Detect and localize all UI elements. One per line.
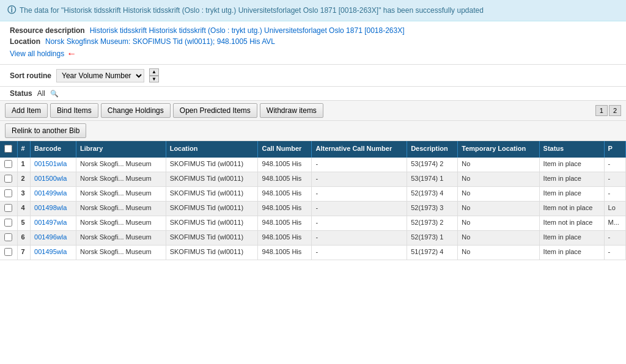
- second-toolbar: Relink to another Bib: [0, 121, 626, 141]
- row-extra: -: [604, 187, 625, 202]
- row-checkbox[interactable]: [4, 233, 12, 241]
- row-checkbox[interactable]: [4, 204, 12, 212]
- row-barcode: 001495wla: [31, 246, 76, 260]
- row-checkbox[interactable]: [4, 248, 12, 256]
- row-extra: Lo: [604, 202, 625, 216]
- relink-button[interactable]: Relink to another Bib: [5, 123, 86, 138]
- table-header-row: # Barcode Library Location Call Number A…: [0, 141, 626, 158]
- table-row: 4 001498wla Norsk Skogfi... Museum SKOFI…: [0, 202, 626, 216]
- row-description: 51(1972) 4: [407, 246, 458, 260]
- row-alt-call-number: -: [312, 246, 407, 260]
- header-alt-call-number: Alternative Call Number: [312, 141, 407, 158]
- barcode-link[interactable]: 001497wla: [34, 219, 67, 226]
- row-alt-call-number: -: [312, 172, 407, 187]
- barcode-link[interactable]: 001501wla: [34, 160, 67, 167]
- withdraw-items-button[interactable]: Withdraw items: [260, 103, 323, 118]
- row-barcode: 001498wla: [31, 202, 76, 216]
- row-description: 53(1974) 1: [407, 172, 458, 187]
- select-all-checkbox[interactable]: [4, 145, 12, 153]
- sort-arrows: ▲ ▼: [149, 68, 159, 82]
- header-status: Status: [539, 141, 604, 158]
- row-temp-location: No: [458, 172, 539, 187]
- open-predicted-button[interactable]: Open Predicted Items: [173, 103, 257, 118]
- row-status: Item not in place: [539, 202, 604, 216]
- resource-description-value: Historisk tidsskrift Historisk tidsskrif…: [90, 26, 405, 35]
- bind-items-button[interactable]: Bind Items: [50, 103, 98, 118]
- resource-description-label: Resource description: [10, 26, 85, 35]
- row-checkbox-cell: [0, 216, 17, 231]
- red-arrow-icon: ←: [67, 48, 76, 59]
- row-checkbox[interactable]: [4, 219, 12, 227]
- row-checkbox-cell: [0, 202, 17, 216]
- location-link[interactable]: Norsk Skogfinsk Museum: SKOFIMUS Tid (wl…: [45, 37, 275, 46]
- barcode-link[interactable]: 001499wla: [34, 189, 67, 197]
- table-row: 1 001501wla Norsk Skogfi... Museum SKOFI…: [0, 158, 626, 172]
- row-status: Item in place: [539, 158, 604, 172]
- row-alt-call-number: -: [312, 216, 407, 231]
- row-temp-location: No: [458, 246, 539, 260]
- table-row: 2 001500wla Norsk Skogfi... Museum SKOFI…: [0, 172, 626, 187]
- row-number: 4: [17, 202, 31, 216]
- barcode-link[interactable]: 001500wla: [34, 175, 67, 182]
- row-checkbox[interactable]: [4, 189, 12, 197]
- table-row: 7 001495wla Norsk Skogfi... Museum SKOFI…: [0, 246, 626, 260]
- row-call-number: 948.1005 His: [258, 202, 312, 216]
- row-location: SKOFIMUS Tid (wl0011): [166, 202, 258, 216]
- barcode-link[interactable]: 001496wla: [34, 233, 67, 241]
- row-checkbox[interactable]: [4, 160, 12, 168]
- view-all-row: View all holdings ←: [10, 48, 616, 59]
- barcode-link[interactable]: 001495wla: [34, 248, 67, 255]
- row-alt-call-number: -: [312, 202, 407, 216]
- row-status: Item in place: [539, 187, 604, 202]
- header-num: #: [17, 141, 31, 158]
- row-location: SKOFIMUS Tid (wl0011): [166, 231, 258, 246]
- row-description: 52(1973) 2: [407, 216, 458, 231]
- row-alt-call-number: -: [312, 158, 407, 172]
- pagination: 1 2: [595, 105, 621, 116]
- search-icon[interactable]: 🔍: [50, 90, 59, 98]
- row-call-number: 948.1005 His: [258, 216, 312, 231]
- sort-select[interactable]: Year Volume Number: [56, 69, 144, 82]
- row-description: 52(1973) 4: [407, 187, 458, 202]
- row-alt-call-number: -: [312, 187, 407, 202]
- header-call-number: Call Number: [258, 141, 312, 158]
- row-alt-call-number: -: [312, 231, 407, 246]
- row-number: 1: [17, 158, 31, 172]
- page-2-button[interactable]: 2: [609, 105, 621, 116]
- header-checkbox-col: [0, 141, 17, 158]
- row-library: Norsk Skogfi... Museum: [76, 216, 166, 231]
- row-checkbox-cell: [0, 187, 17, 202]
- page-1-button[interactable]: 1: [595, 105, 608, 116]
- row-temp-location: No: [458, 231, 539, 246]
- sort-down-button[interactable]: ▼: [149, 76, 159, 83]
- row-library: Norsk Skogfi... Museum: [76, 202, 166, 216]
- row-extra: -: [604, 246, 625, 260]
- resource-description-link[interactable]: Historisk tidsskrift Historisk tidsskrif…: [90, 26, 405, 35]
- row-number: 5: [17, 216, 31, 231]
- row-checkbox[interactable]: [4, 175, 12, 183]
- header-library: Library: [76, 141, 166, 158]
- row-checkbox-cell: [0, 246, 17, 260]
- row-location: SKOFIMUS Tid (wl0011): [166, 187, 258, 202]
- row-barcode: 001499wla: [31, 187, 76, 202]
- header-temp-location: Temporary Location: [458, 141, 539, 158]
- sort-up-button[interactable]: ▲: [149, 68, 159, 76]
- view-all-holdings-link[interactable]: View all holdings ←: [10, 48, 76, 59]
- row-call-number: 948.1005 His: [258, 158, 312, 172]
- add-item-button[interactable]: Add Item: [5, 103, 48, 118]
- row-temp-location: No: [458, 158, 539, 172]
- table-row: 6 001496wla Norsk Skogfi... Museum SKOFI…: [0, 231, 626, 246]
- header-description: Description: [407, 141, 458, 158]
- barcode-link[interactable]: 001498wla: [34, 204, 67, 211]
- row-status: Item in place: [539, 172, 604, 187]
- location-row: Location Norsk Skogfinsk Museum: SKOFIMU…: [10, 37, 616, 46]
- row-extra: -: [604, 172, 625, 187]
- row-extra: M...: [604, 216, 625, 231]
- status-label: Status: [10, 89, 32, 98]
- row-status: Item in place: [539, 246, 604, 260]
- row-number: 7: [17, 246, 31, 260]
- change-holdings-button[interactable]: Change Holdings: [101, 103, 171, 118]
- notification-message: The data for "Historisk tidsskrift Histo…: [20, 6, 484, 15]
- row-status: Item not in place: [539, 216, 604, 231]
- row-barcode: 001497wla: [31, 216, 76, 231]
